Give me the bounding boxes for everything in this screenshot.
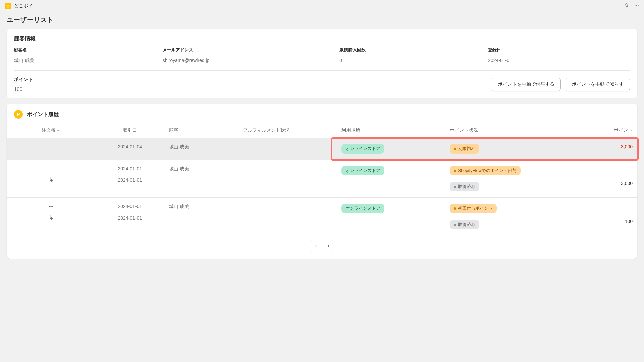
points-cell: 3,000 <box>573 160 637 198</box>
history-title: ポイント履歴 <box>27 111 59 118</box>
page-title: ユーザーリスト <box>7 15 637 24</box>
status-cell: ShopifyFlowでのポイント付与取得済み <box>445 160 573 198</box>
col-fulfillment: フルフィルメント状況 <box>238 121 337 138</box>
location-badge: オンラインストア <box>341 166 384 175</box>
sub-arrow-icon: ↳ <box>49 176 54 183</box>
fulfillment-cell <box>238 160 337 198</box>
customer-cell: 城山 成美 <box>164 138 238 160</box>
date-cell: 2024-01-012024-01-01 <box>95 160 164 198</box>
table-row[interactable]: ---↳2024-01-012024-01-01城山 成美オンラインストアSho… <box>7 160 637 198</box>
location-badge: オンラインストア <box>341 204 384 213</box>
location-badge: オンラインストア <box>341 144 384 154</box>
fulfillment-cell <box>238 138 337 160</box>
customer-orders-label: 累積購入回数 <box>339 47 481 55</box>
date-cell: 2024-01-012024-01-01 <box>95 198 164 236</box>
location-cell: オンラインストア <box>337 198 445 236</box>
pin-icon[interactable] <box>624 3 629 9</box>
status-badge: 期限切れ <box>450 144 479 154</box>
location-cell: オンラインストア <box>337 160 445 198</box>
status-cell: 初回付与ポイント取得済み <box>445 198 573 236</box>
customer-orders-value: 0 <box>339 55 481 63</box>
customer-email-value: shiroyama@rewired.jp <box>163 55 333 63</box>
subtract-points-button[interactable]: ポイントを手動で減らす <box>566 78 630 91</box>
customer-name-label: 顧客名 <box>14 47 156 55</box>
page: ユーザーリスト 顧客情報 顧客名 城山 成美 メールアドレス shiroyama… <box>0 12 644 278</box>
date-cell: 2024-01-04 <box>95 138 164 160</box>
customer-info-grid: 顧客名 城山 成美 メールアドレス shiroyama@rewired.jp 累… <box>14 47 630 71</box>
order-cell: ---↳ <box>7 198 95 236</box>
customer-cell: 城山 成美 <box>164 160 238 198</box>
customer-info-title: 顧客情報 <box>14 35 630 42</box>
customer-name-value: 城山 成美 <box>14 55 156 64</box>
topbar-right <box>624 3 639 9</box>
order-cell: ---↳ <box>7 160 95 198</box>
customer-registered-label: 登録日 <box>488 47 630 55</box>
svg-point-2 <box>638 5 639 6</box>
sub-arrow-icon: ↳ <box>49 214 54 221</box>
add-points-button[interactable]: ポイントを手動で付与する <box>492 78 561 91</box>
svg-point-1 <box>636 5 637 6</box>
col-customer: 顧客 <box>164 121 238 138</box>
fulfillment-cell <box>238 198 337 236</box>
location-cell: オンラインストア <box>337 138 445 160</box>
status-badge: 初回付与ポイント <box>450 204 497 213</box>
status-cell: 期限切れ <box>445 138 573 160</box>
customer-info-card: 顧客情報 顧客名 城山 成美 メールアドレス shiroyama@rewired… <box>7 29 637 98</box>
col-date: 取引日 <box>95 121 164 138</box>
customer-email-label: メールアドレス <box>163 47 333 55</box>
points-label: ポイント <box>14 77 33 83</box>
status-badge: ShopifyFlowでのポイント付与 <box>450 166 521 175</box>
points-row: ポイント 100 ポイントを手動で付与する ポイントを手動で減らす <box>14 71 630 92</box>
table-row[interactable]: ---2024-01-04城山 成美オンラインストア期限切れ-3,000 <box>7 138 637 160</box>
svg-point-0 <box>635 5 635 6</box>
more-icon[interactable] <box>634 3 639 9</box>
point-history-card: P ポイント履歴 注文番号 取引日 顧客 フルフィルメント状況 利用場所 ポイン… <box>7 104 637 259</box>
app-icon: 🌟 <box>5 3 11 9</box>
status-badge: 取得済み <box>450 220 479 229</box>
col-order: 注文番号 <box>7 121 95 138</box>
table-row[interactable]: ---↳2024-01-012024-01-01城山 成美オンラインストア初回付… <box>7 198 637 236</box>
order-cell: --- <box>7 138 95 160</box>
pagination <box>7 235 637 259</box>
topbar-left: 🌟 どこポイ <box>5 3 33 9</box>
app-name: どこポイ <box>14 3 33 9</box>
points-cell: -3,000 <box>573 138 637 160</box>
page-prev-button[interactable] <box>310 240 322 252</box>
page-next-button[interactable] <box>322 240 334 252</box>
points-cell: 100 <box>573 198 637 236</box>
col-points: ポイント <box>573 121 637 138</box>
customer-cell: 城山 成美 <box>164 198 238 236</box>
col-location: 利用場所 <box>337 121 445 138</box>
status-badge: 取得済み <box>450 182 479 191</box>
history-table: 注文番号 取引日 顧客 フルフィルメント状況 利用場所 ポイント状況 ポイント … <box>7 121 637 235</box>
history-badge-icon: P <box>14 110 23 119</box>
customer-registered-value: 2024-01-01 <box>488 55 630 63</box>
points-value: 100 <box>14 86 33 92</box>
col-status: ポイント状況 <box>445 121 573 138</box>
topbar: 🌟 どこポイ <box>0 0 644 12</box>
